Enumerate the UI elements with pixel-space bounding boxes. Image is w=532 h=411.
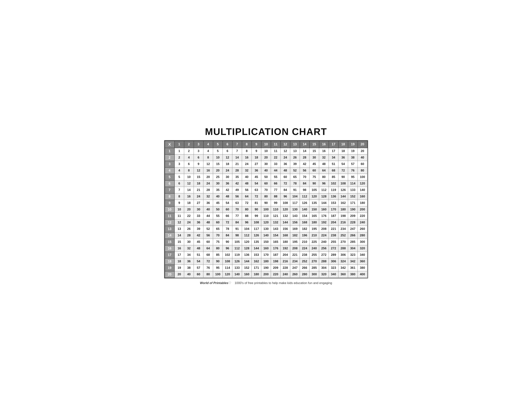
col-header-17: 17 (329, 141, 338, 148)
cell-7-2: 14 (184, 187, 194, 193)
cell-6-2: 12 (184, 180, 194, 187)
table-row-6: 6612182430364248546066727884909610210811… (165, 180, 367, 187)
cell-10-15: 150 (310, 206, 319, 213)
cell-5-16: 80 (319, 174, 329, 180)
cell-2-14: 28 (300, 154, 310, 161)
cell-15-1: 15 (174, 239, 184, 245)
cell-18-14: 252 (300, 258, 310, 265)
cell-9-2: 18 (184, 200, 194, 206)
cell-4-13: 52 (290, 168, 300, 174)
cell-6-20: 120 (358, 180, 367, 187)
cell-16-11: 176 (271, 245, 281, 252)
col-header-13: 13 (290, 141, 300, 148)
cell-18-17: 306 (329, 258, 338, 265)
cell-19-15: 285 (310, 265, 319, 271)
cell-17-19: 323 (348, 252, 358, 258)
cell-7-19: 133 (348, 187, 358, 193)
cell-17-14: 238 (300, 252, 310, 258)
footer-tagline: 1000's of free printables to help make k… (235, 281, 332, 285)
cell-6-19: 114 (348, 180, 358, 187)
cell-12-10: 120 (261, 219, 271, 226)
cell-14-20: 280 (358, 232, 367, 239)
cell-17-10: 170 (261, 252, 271, 258)
cell-11-12: 132 (281, 213, 290, 219)
cell-13-11: 143 (271, 226, 281, 232)
cell-17-5: 85 (213, 252, 223, 258)
cell-20-12: 240 (281, 271, 290, 278)
cell-15-5: 75 (213, 239, 223, 245)
cell-3-15: 45 (310, 161, 319, 168)
cell-13-16: 208 (319, 226, 329, 232)
cell-6-8: 48 (242, 180, 252, 187)
cell-1-2: 2 (184, 148, 194, 154)
cell-13-12: 156 (281, 226, 290, 232)
cell-2-15: 30 (310, 154, 319, 161)
cell-2-17: 34 (329, 154, 338, 161)
cell-14-12: 168 (281, 232, 290, 239)
cell-6-7: 42 (232, 180, 242, 187)
cell-7-13: 91 (290, 187, 300, 193)
cell-10-16: 160 (319, 206, 329, 213)
cell-6-9: 54 (252, 180, 261, 187)
col-header-5: 5 (213, 141, 223, 148)
cell-7-6: 42 (223, 187, 232, 193)
row-header-14: 14 (165, 232, 174, 239)
cell-11-13: 143 (290, 213, 300, 219)
cell-3-5: 15 (213, 161, 223, 168)
cell-12-17: 204 (329, 219, 338, 226)
cell-2-11: 22 (271, 154, 281, 161)
cell-8-4: 32 (203, 193, 213, 200)
cell-17-15: 255 (310, 252, 319, 258)
cell-6-13: 78 (290, 180, 300, 187)
table-row-18: 1818365472901081261441621801982162342522… (165, 258, 367, 265)
cell-13-18: 234 (338, 226, 348, 232)
col-header-9: 9 (252, 141, 261, 148)
cell-20-10: 200 (261, 271, 271, 278)
cell-11-17: 187 (329, 213, 338, 219)
footer: World of Printables 1000's of free print… (164, 281, 368, 285)
cell-20-8: 160 (242, 271, 252, 278)
cell-3-10: 30 (261, 161, 271, 168)
cell-11-3: 33 (194, 213, 203, 219)
cell-2-13: 26 (290, 154, 300, 161)
cell-16-2: 32 (184, 245, 194, 252)
cell-18-9: 162 (252, 258, 261, 265)
cell-4-2: 8 (184, 168, 194, 174)
cell-16-4: 64 (203, 245, 213, 252)
cell-1-13: 13 (290, 148, 300, 154)
cell-9-19: 171 (348, 200, 358, 206)
cell-1-5: 5 (213, 148, 223, 154)
cell-12-5: 60 (213, 219, 223, 226)
cell-9-3: 27 (194, 200, 203, 206)
cell-3-8: 24 (242, 161, 252, 168)
cell-19-6: 114 (223, 265, 232, 271)
cell-5-3: 15 (194, 174, 203, 180)
cell-19-14: 266 (300, 265, 310, 271)
cell-18-2: 36 (184, 258, 194, 265)
cell-9-7: 63 (232, 200, 242, 206)
cell-5-9: 45 (252, 174, 261, 180)
cell-14-4: 56 (203, 232, 213, 239)
cell-12-20: 240 (358, 219, 367, 226)
cell-20-14: 280 (300, 271, 310, 278)
cell-8-17: 136 (329, 193, 338, 200)
cell-15-20: 300 (358, 239, 367, 245)
cell-7-16: 112 (319, 187, 329, 193)
cell-11-16: 176 (319, 213, 329, 219)
row-header-20: 20 (165, 271, 174, 278)
row-header-4: 4 (165, 168, 174, 174)
cell-12-14: 168 (300, 219, 310, 226)
cell-16-7: 112 (232, 245, 242, 252)
cell-3-17: 51 (329, 161, 338, 168)
cell-18-15: 270 (310, 258, 319, 265)
cell-19-20: 380 (358, 265, 367, 271)
col-header-1: 1 (174, 141, 184, 148)
cell-1-15: 15 (310, 148, 319, 154)
brand-name: World of Printables (200, 281, 228, 285)
cell-1-3: 3 (194, 148, 203, 154)
row-header-7: 7 (165, 187, 174, 193)
cell-12-12: 144 (281, 219, 290, 226)
cell-1-19: 19 (348, 148, 358, 154)
cell-15-17: 255 (329, 239, 338, 245)
cell-6-1: 6 (174, 180, 184, 187)
